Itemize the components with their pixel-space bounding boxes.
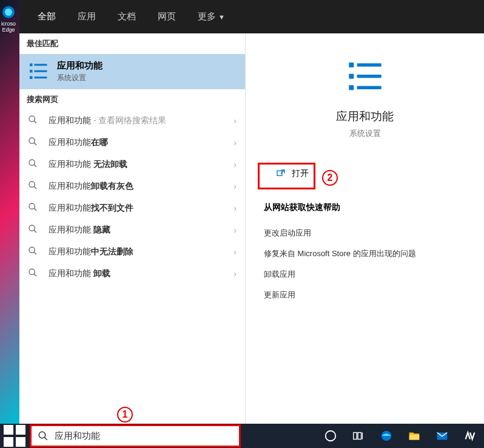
svg-rect-27 <box>357 75 381 78</box>
chevron-right-icon: › <box>234 182 237 191</box>
help-link[interactable]: 更改启动应用 <box>258 223 472 243</box>
chevron-right-icon: › <box>234 160 237 169</box>
svg-point-10 <box>29 138 35 143</box>
detail-panel: 应用和功能 系统设置 打开 从网站获取快速帮助 更改启动应用修复来自 Micro… <box>246 33 484 424</box>
svg-line-9 <box>34 121 36 123</box>
svg-point-14 <box>29 182 35 187</box>
svg-rect-31 <box>4 425 13 435</box>
web-result-item[interactable]: 应用和功能卸载有灰色 › <box>19 175 245 197</box>
svg-rect-4 <box>30 70 33 73</box>
tab-apps[interactable]: 应用 <box>67 0 107 33</box>
tab-more[interactable]: 更多▼ <box>187 0 236 33</box>
help-header: 从网站获取快速帮助 <box>264 202 472 213</box>
section-best-match: 最佳匹配 <box>19 33 245 54</box>
svg-point-16 <box>29 203 35 209</box>
svg-point-18 <box>29 225 35 231</box>
edge-icon <box>1 5 16 19</box>
tab-all[interactable]: 全部 <box>27 0 67 33</box>
search-results-panel: 最佳匹配 应用和功能 系统设置 搜索网页 应用和功能 - 查看网络搜索结果 › … <box>19 33 246 424</box>
folder-icon <box>408 429 421 443</box>
search-icon <box>28 246 40 258</box>
svg-rect-7 <box>35 76 47 78</box>
web-result-item[interactable]: 应用和功能在哪 › <box>19 132 245 154</box>
svg-line-17 <box>34 208 36 211</box>
taskbar-search-box[interactable]: 应用和功能 <box>30 424 241 447</box>
web-result-item[interactable]: 应用和功能找不到文件 › <box>19 197 245 219</box>
search-icon <box>38 430 49 441</box>
web-result-text: 应用和功能在哪 <box>49 137 234 148</box>
tab-web[interactable]: 网页 <box>147 0 187 33</box>
web-result-item[interactable]: 应用和功能 卸载 › <box>19 263 245 285</box>
svg-line-11 <box>34 143 36 145</box>
svg-line-13 <box>34 165 36 167</box>
svg-rect-6 <box>30 76 33 80</box>
web-result-text: 应用和功能中无法删除 <box>49 246 234 257</box>
help-link[interactable]: 修复来自 Microsoft Store 的应用出现的问题 <box>258 243 472 264</box>
best-match-title: 应用和功能 <box>57 60 103 72</box>
svg-rect-24 <box>349 63 354 67</box>
chevron-right-icon: › <box>234 116 237 126</box>
help-link[interactable]: 卸载应用 <box>258 264 472 285</box>
svg-line-19 <box>34 230 36 232</box>
search-input-text: 应用和功能 <box>55 430 100 442</box>
svg-rect-25 <box>357 63 381 66</box>
web-result-text: 应用和功能找不到文件 <box>49 203 234 214</box>
taskbar-edge[interactable] <box>372 424 400 448</box>
taskbar-mail[interactable] <box>428 424 456 448</box>
best-match-subtitle: 系统设置 <box>57 73 103 83</box>
open-button[interactable]: 打开 <box>264 163 321 184</box>
svg-line-21 <box>34 252 36 254</box>
app-icon <box>463 429 477 443</box>
taskbar-taskview[interactable] <box>345 424 372 448</box>
start-button[interactable] <box>0 424 29 448</box>
taskbar: 应用和功能 <box>0 424 484 448</box>
svg-rect-33 <box>4 437 13 447</box>
windows-icon <box>0 421 29 448</box>
taskbar-explorer[interactable] <box>400 424 428 448</box>
svg-point-35 <box>39 432 45 438</box>
taskbar-cortana[interactable] <box>317 424 345 448</box>
detail-title: 应用和功能 <box>258 109 472 124</box>
chevron-right-icon: › <box>234 269 237 279</box>
search-icon <box>28 158 40 171</box>
chevron-right-icon: › <box>234 203 237 213</box>
svg-rect-5 <box>35 70 47 72</box>
chevron-right-icon: › <box>234 138 237 148</box>
svg-rect-29 <box>357 86 381 89</box>
svg-line-23 <box>34 274 36 276</box>
svg-point-22 <box>29 269 35 274</box>
taskbar-app[interactable] <box>456 424 484 448</box>
svg-rect-3 <box>35 64 47 66</box>
taskview-icon <box>352 429 365 443</box>
desktop-background: icroso Edge <box>0 0 19 424</box>
web-result-text: 应用和功能 无法卸载 <box>49 159 234 170</box>
web-result-item[interactable]: 应用和功能 无法卸载 › <box>19 154 245 175</box>
search-icon <box>28 268 40 280</box>
edge-icon <box>380 429 393 443</box>
open-icon <box>276 169 286 178</box>
search-tabs-bar: 全部 应用 文档 网页 更多▼ <box>19 0 484 33</box>
svg-point-20 <box>29 247 35 253</box>
circle-icon <box>324 429 337 443</box>
tab-docs[interactable]: 文档 <box>107 0 147 33</box>
svg-line-36 <box>44 437 47 440</box>
web-result-item[interactable]: 应用和功能 隐藏 › <box>19 219 245 241</box>
web-result-text: 应用和功能 卸载 <box>49 268 234 279</box>
web-result-item[interactable]: 应用和功能 - 查看网络搜索结果 › <box>19 110 245 132</box>
search-icon <box>28 115 40 127</box>
search-icon <box>28 137 40 149</box>
list-settings-icon <box>28 61 50 83</box>
chevron-down-icon: ▼ <box>218 13 225 21</box>
svg-rect-39 <box>358 433 361 440</box>
edge-shortcut[interactable]: icroso Edge <box>0 5 17 35</box>
best-match-item[interactable]: 应用和功能 系统设置 <box>19 54 245 89</box>
svg-point-37 <box>326 431 336 441</box>
web-result-item[interactable]: 应用和功能中无法删除 › <box>19 241 245 263</box>
svg-point-8 <box>29 116 35 121</box>
search-icon <box>28 202 40 214</box>
svg-rect-38 <box>354 433 357 440</box>
help-link[interactable]: 更新应用 <box>258 285 472 305</box>
svg-line-15 <box>34 186 36 189</box>
svg-rect-32 <box>16 425 25 435</box>
svg-rect-26 <box>349 74 354 79</box>
